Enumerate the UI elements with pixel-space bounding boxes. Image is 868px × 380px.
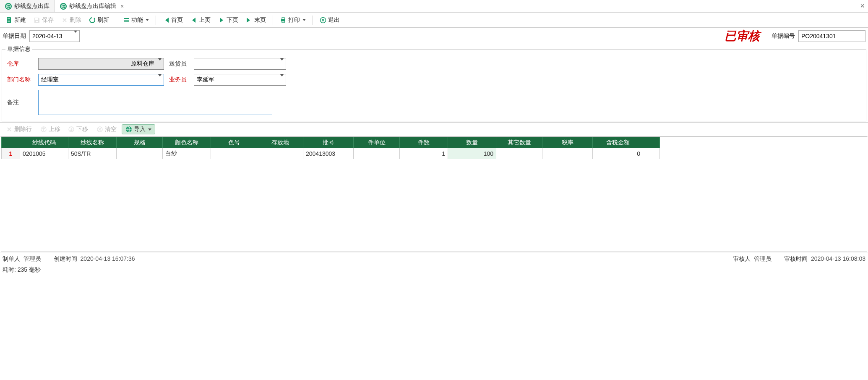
col-qty[interactable]: 数量 [448,137,496,148]
clear-button: 清空 [93,124,120,134]
col-rownum[interactable] [2,137,20,148]
cell-unit[interactable] [354,148,400,159]
tab-inventory-out-edit[interactable]: 纱线盘点出库编辑 × [55,0,129,12]
print-button[interactable]: 打印 [276,15,309,25]
col-yarn-code[interactable]: 纱线代码 [20,137,68,148]
svg-rect-5 [8,21,10,21]
col-tax-rate[interactable]: 税率 [542,137,593,148]
cell-rownum[interactable]: 1 [2,148,20,159]
refresh-icon [89,17,96,24]
new-icon [6,17,13,24]
grid-header-row: 纱线代码 纱线名称 规格 颜色名称 色号 存放地 批号 件单位 件数 数量 其它… [2,137,660,148]
svg-rect-10 [124,21,129,22]
tab-close-icon[interactable]: × [120,3,124,10]
delete-icon [61,17,68,24]
svg-rect-13 [282,21,284,23]
cell-amount[interactable]: 0 [593,148,643,159]
cell-pieces[interactable]: 1 [400,148,448,159]
warehouse-combo[interactable] [38,58,164,70]
separator [313,16,313,25]
cell-tax[interactable] [542,148,593,159]
refresh-button[interactable]: 刷新 [86,15,112,25]
exit-icon [320,17,326,24]
sales-combo[interactable] [194,74,286,86]
auditor-label: 审核人 [733,255,751,262]
sales-input[interactable] [194,74,286,86]
sales-label: 业务员 [167,76,190,84]
doc-date-combo[interactable] [29,30,80,42]
cell-color[interactable]: 白纱 [163,148,211,159]
svg-rect-7 [36,21,38,22]
remark-input[interactable] [38,90,272,115]
col-pieces[interactable]: 件数 [400,137,448,148]
data-grid: 纱线代码 纱线名称 规格 颜色名称 色号 存放地 批号 件单位 件数 数量 其它… [1,137,660,159]
table-row[interactable]: 1 0201005 50S/TR 白纱 200413003 1 100 0 [2,148,660,159]
delete-button: 删除 [58,15,85,25]
col-color-name[interactable]: 颜色名称 [163,137,211,148]
svg-rect-6 [35,18,38,20]
maker-value: 管理员 [23,255,41,262]
footer: 制单人 管理员 创建时间 2020-04-13 16:07:36 审核人 管理员… [0,252,868,265]
col-location[interactable]: 存放地 [257,137,303,148]
perf-status: 耗时: 235 毫秒 [0,265,868,275]
import-button[interactable]: 导入 [122,124,155,134]
delivery-label: 送货员 [167,60,190,68]
separator [273,16,273,25]
audit-stamp: 已审核 [725,28,760,44]
remark-label: 备注 [5,99,35,106]
doc-date-input[interactable] [29,30,80,42]
data-grid-wrap[interactable]: 纱线代码 纱线名称 规格 颜色名称 色号 存放地 批号 件单位 件数 数量 其它… [1,136,867,252]
globe-icon [125,126,132,133]
col-unit[interactable]: 件单位 [354,137,400,148]
cell-batch[interactable]: 200413003 [303,148,354,159]
dept-combo[interactable] [38,74,164,86]
globe-icon [5,3,12,10]
dept-input[interactable] [38,74,164,86]
next-page-button[interactable]: 下页 [215,15,242,25]
col-other-qty[interactable]: 其它数量 [496,137,542,148]
create-time-label: 创建时间 [54,255,77,262]
prev-page-button[interactable]: 上页 [187,15,214,25]
col-color-no[interactable]: 色号 [211,137,257,148]
separator [116,16,116,25]
caret-down-icon [148,128,151,131]
create-time-value: 2020-04-13 16:07:36 [81,255,135,262]
delivery-combo[interactable] [194,58,286,70]
cell-location[interactable] [257,148,303,159]
first-page-button[interactable]: 首页 [159,15,186,25]
separator [156,16,156,25]
cell-extra[interactable] [643,148,660,159]
functions-button[interactable]: 功能 [120,15,152,25]
warehouse-input[interactable] [38,58,164,70]
caret-down-icon [146,19,149,21]
dept-label: 部门名称 [5,76,35,84]
col-spec[interactable]: 规格 [117,137,163,148]
caret-down-icon [302,19,306,21]
prev-icon [190,17,197,24]
globe-icon [60,3,67,10]
list-icon [123,17,130,24]
col-tax-amount[interactable]: 含税金额 [593,137,643,148]
delivery-input[interactable] [194,58,286,70]
cell-name[interactable]: 50S/TR [68,148,117,159]
col-batch[interactable]: 批号 [303,137,354,148]
doc-no-input[interactable] [798,30,865,42]
new-button[interactable]: 新建 [3,15,29,25]
svg-rect-9 [124,20,129,21]
cell-colorno[interactable] [211,148,257,159]
exit-button[interactable]: 退出 [316,15,343,25]
tabbar-close-icon[interactable]: × [860,2,865,10]
cell-qty[interactable]: 100 [448,148,496,159]
clear-icon [96,126,103,133]
audit-time-label: 审核时间 [784,255,808,262]
doc-date-label: 单据日期 [3,32,26,40]
cell-code[interactable]: 0201005 [20,148,68,159]
col-yarn-name[interactable]: 纱线名称 [68,137,117,148]
maker-label: 制单人 [3,255,20,262]
col-extra[interactable] [643,137,660,148]
last-page-button[interactable]: 末页 [242,15,269,25]
arrow-down-icon [68,126,75,133]
cell-spec[interactable] [117,148,163,159]
tab-inventory-out[interactable]: 纱线盘点出库 [0,0,55,12]
cell-otherqty[interactable] [496,148,542,159]
